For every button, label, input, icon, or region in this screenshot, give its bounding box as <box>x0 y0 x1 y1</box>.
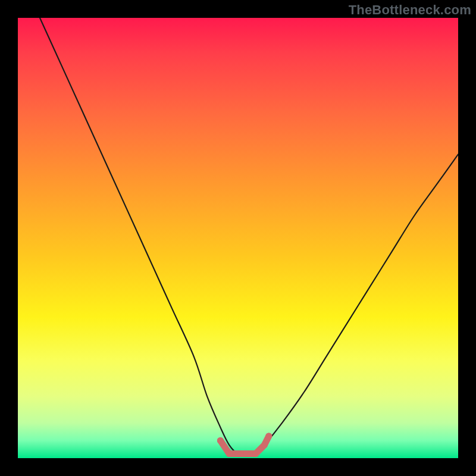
highlight-dot <box>252 450 259 457</box>
plot-area <box>18 18 458 458</box>
chart-frame: TheBottleneck.com <box>0 0 476 476</box>
bottleneck-curve <box>40 18 458 455</box>
highlight-dot <box>243 450 250 457</box>
highlight-dot <box>226 450 233 457</box>
highlight-dot <box>217 437 224 444</box>
curve-svg <box>18 18 458 458</box>
highlight-markers <box>217 433 272 458</box>
highlight-dot <box>235 450 242 457</box>
highlight-dot <box>261 441 268 448</box>
watermark-text: TheBottleneck.com <box>349 2 471 18</box>
highlight-dot <box>265 433 272 440</box>
